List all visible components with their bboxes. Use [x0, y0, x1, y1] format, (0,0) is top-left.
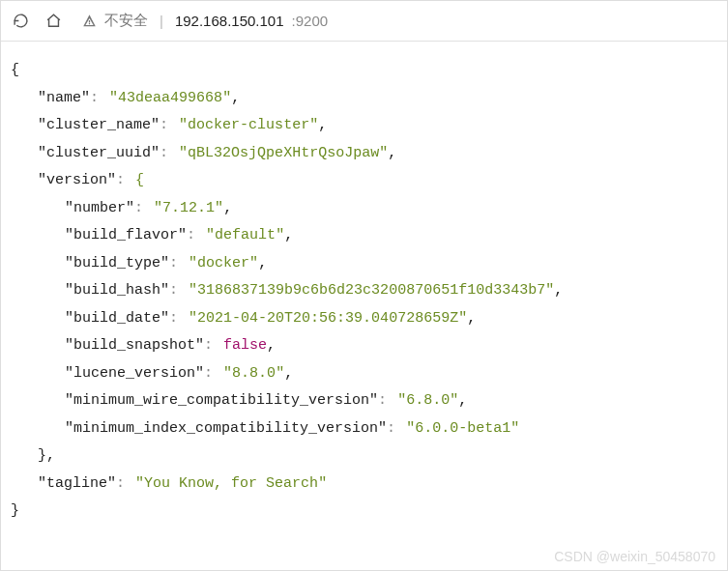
json-response: { name: 43deaa499668, cluster_name: dock…	[1, 42, 727, 535]
json-value: 8.8.0	[223, 365, 284, 382]
watermark: CSDN @weixin_50458070	[554, 549, 715, 564]
json-key: cluster_name	[38, 117, 160, 133]
json-key: build_type	[65, 255, 169, 271]
address-bar[interactable]: 不安全 | 192.168.150.101:9200	[76, 1, 717, 41]
json-key: build_flavor	[65, 227, 187, 243]
json-key: version	[38, 172, 116, 188]
json-key: build_snapshot	[65, 337, 204, 354]
url-port: :9200	[292, 13, 329, 29]
json-key: build_date	[65, 310, 169, 327]
not-secure-icon	[82, 14, 97, 28]
json-key: cluster_uuid	[38, 145, 160, 161]
json-key: build_hash	[65, 282, 169, 299]
home-icon[interactable]	[44, 12, 63, 31]
json-value: You Know, for Search	[135, 475, 327, 492]
not-secure-label: 不安全	[104, 12, 148, 30]
json-value: docker	[189, 255, 258, 271]
json-value: 6.0.0-beta1	[406, 420, 519, 437]
json-value: default	[206, 227, 284, 243]
json-value: qBL32OsjQpeXHtrQsoJpaw	[179, 145, 388, 161]
json-key: minimum_wire_compatibility_version	[65, 392, 378, 409]
json-value: 7.12.1	[154, 200, 223, 216]
json-value: docker-cluster	[179, 117, 318, 133]
json-key: minimum_index_compatibility_version	[65, 420, 387, 437]
reload-icon[interactable]	[11, 12, 30, 31]
json-key: lucene_version	[65, 365, 204, 382]
json-value: false	[223, 337, 267, 354]
json-value: 43deaa499668	[109, 90, 231, 106]
json-key: name	[38, 90, 90, 106]
json-value: 3186837139b9c6b6d23c3200870651f10d3343b7	[189, 282, 554, 299]
address-separator: |	[156, 13, 167, 29]
brace-open: {	[11, 62, 19, 78]
json-value: 2021-04-20T20:56:39.040728659Z	[189, 310, 467, 327]
url-host: 192.168.150.101	[175, 13, 284, 29]
browser-toolbar: 不安全 | 192.168.150.101:9200	[1, 1, 727, 42]
json-value: 6.8.0	[397, 392, 458, 409]
json-key: tagline	[38, 475, 116, 492]
brace-close: }	[11, 502, 19, 519]
json-key: number	[65, 200, 134, 216]
